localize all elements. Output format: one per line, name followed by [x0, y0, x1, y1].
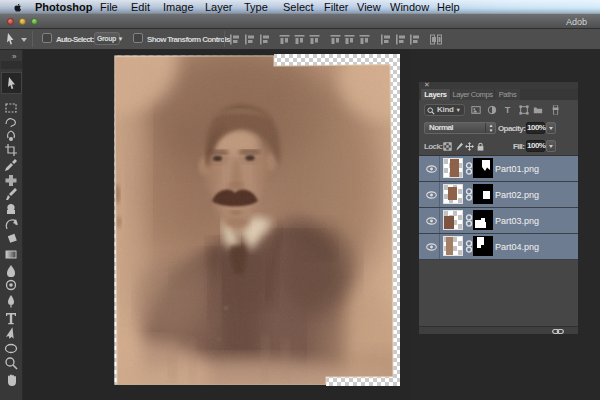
svg-text:T: T	[505, 105, 511, 115]
